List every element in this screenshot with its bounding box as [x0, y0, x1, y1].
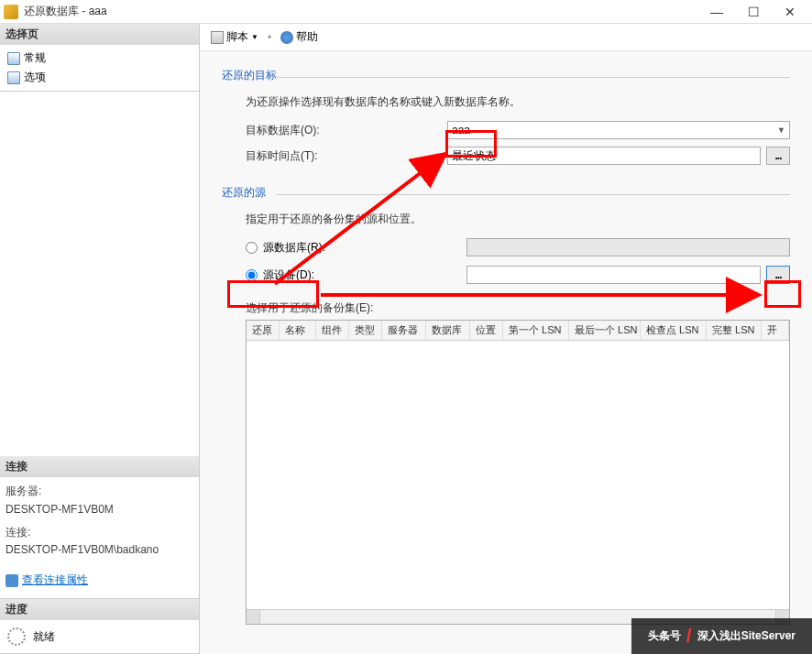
col-start: 开 — [762, 321, 789, 340]
sidebar-item-label: 常规 — [24, 50, 46, 66]
help-button[interactable]: 帮助 — [277, 27, 322, 47]
tool-label: 脚本 — [226, 29, 248, 45]
backup-sets-label: 选择用于还原的备份集(E): — [246, 300, 790, 316]
col-last-lsn: 最后一个 LSN — [569, 321, 641, 340]
col-restore: 还原 — [247, 321, 280, 340]
app-icon — [4, 5, 18, 19]
target-desc: 为还原操作选择现有数据库的名称或键入新数据库名称。 — [246, 94, 790, 110]
source-db-label: 源数据库(R): — [263, 240, 461, 256]
col-database: 数据库 — [426, 321, 470, 340]
backup-sets-grid[interactable]: 还原 名称 组件 类型 服务器 数据库 位置 第一个 LSN 最后一个 LSN … — [246, 320, 790, 625]
connection-header: 连接 — [0, 456, 199, 477]
source-desc: 指定用于还原的备份集的源和位置。 — [246, 212, 790, 227]
target-db-label: 目标数据库(O): — [246, 123, 447, 138]
conn-label: 连接: — [5, 524, 193, 541]
source-device-label: 源设备(D): — [263, 267, 461, 283]
toolbar: 脚本 ▼ • 帮助 — [200, 24, 812, 51]
col-position: 位置 — [470, 321, 503, 340]
progress-status: 就绪 — [33, 629, 55, 645]
separator: • — [268, 31, 271, 44]
device-browse-button[interactable]: ... — [766, 266, 790, 284]
col-first-lsn: 第一个 LSN — [503, 321, 569, 340]
source-legend: 还原的源 — [222, 185, 790, 202]
source-db-combo — [466, 238, 790, 256]
watermark-text: 深入浅出SiteServer — [697, 628, 796, 644]
tool-label: 帮助 — [296, 29, 318, 45]
chevron-down-icon: ▼ — [777, 125, 785, 135]
script-button[interactable]: 脚本 ▼ — [207, 27, 262, 47]
source-database-radio[interactable] — [246, 242, 258, 254]
sidebar-item-general[interactable]: 常规 — [4, 49, 195, 68]
page-icon — [7, 52, 20, 65]
sidebar-item-label: 选项 — [24, 70, 46, 85]
combo-value: aaa — [452, 124, 470, 136]
restore-source-section: 还原的源 指定用于还原的备份集的源和位置。 源数据库(R): 源设备(D): — [222, 185, 790, 625]
help-icon — [280, 31, 293, 44]
progress-header: 进度 — [0, 599, 199, 620]
maximize-button[interactable]: ☐ — [735, 0, 772, 24]
watermark-prefix: 头条号 — [648, 628, 681, 644]
page-icon — [7, 71, 20, 84]
content-area: 脚本 ▼ • 帮助 还原的目标 为还原操作选择现有数据库的名称或键入新数据库名称… — [200, 24, 812, 654]
target-legend: 还原的目标 — [222, 68, 790, 85]
link-label: 查看连接属性 — [22, 572, 88, 589]
window-titlebar: 还原数据库 - aaa — ☐ ✕ — [0, 0, 812, 24]
target-time-label: 目标时间点(T): — [246, 148, 447, 164]
col-checkpoint-lsn: 检查点 LSN — [641, 321, 707, 340]
col-type: 类型 — [349, 321, 382, 340]
chevron-down-icon: ▼ — [251, 33, 258, 41]
watermark: 头条号 / 深入浅出SiteServer — [631, 618, 812, 654]
grid-header: 还原 名称 组件 类型 服务器 数据库 位置 第一个 LSN 最后一个 LSN … — [247, 321, 789, 341]
view-connection-properties-link[interactable]: 查看连接属性 — [5, 572, 88, 589]
restore-target-section: 还原的目标 为还原操作选择现有数据库的名称或键入新数据库名称。 目标数据库(O)… — [222, 68, 790, 172]
time-browse-button[interactable]: ... — [766, 147, 790, 165]
spinner-icon — [7, 627, 26, 646]
sidebar-item-options[interactable]: 选项 — [4, 68, 195, 87]
properties-icon — [5, 574, 18, 587]
minimize-button[interactable]: — — [698, 0, 735, 24]
server-value: DESKTOP-MF1VB0M — [5, 501, 193, 518]
watermark-separator: / — [686, 626, 692, 647]
col-component: 组件 — [316, 321, 349, 340]
script-icon — [211, 31, 224, 44]
select-page-header: 选择页 — [0, 24, 199, 45]
conn-value: DESKTOP-MF1VB0M\badkano — [5, 541, 193, 559]
close-button[interactable]: ✕ — [772, 0, 808, 24]
target-db-combo[interactable]: aaa ▼ — [447, 121, 790, 139]
window-title: 还原数据库 - aaa — [24, 4, 698, 19]
col-full-lsn: 完整 LSN — [707, 321, 762, 340]
col-name: 名称 — [280, 321, 316, 340]
sidebar: 选择页 常规 选项 连接 服务器: DESKTOP-MF1VB0M 连接: — [0, 24, 200, 654]
col-server: 服务器 — [382, 321, 426, 340]
source-device-radio[interactable] — [246, 269, 258, 281]
source-device-input[interactable] — [466, 266, 761, 284]
target-time-input[interactable]: 最近状态 — [447, 147, 761, 165]
server-label: 服务器: — [5, 483, 193, 500]
grid-body — [247, 341, 789, 609]
